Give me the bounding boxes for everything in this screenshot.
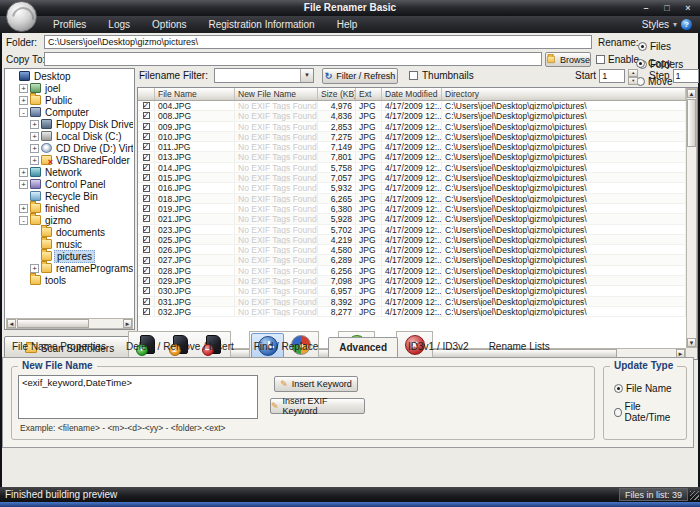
row-checkbox[interactable] (143, 205, 150, 212)
update-type-option-file-date-time[interactable]: File Date/Time (614, 401, 676, 423)
row-checkbox[interactable] (143, 236, 150, 243)
spin-up-icon[interactable]: ▲ (628, 69, 638, 77)
menu-help[interactable]: Help (326, 16, 369, 33)
thumbnails-checkbox[interactable]: Thumbnails (409, 70, 474, 81)
table-row[interactable]: 014.JPGNo EXIF Tags Found5,758JPG4/17/20… (138, 163, 686, 173)
help-icon[interactable]: ? (681, 19, 692, 30)
table-row[interactable]: 031.JPGNo EXIF Tags Found8,392JPG4/17/20… (138, 297, 686, 307)
tree-item-music[interactable]: music (6, 238, 133, 250)
tree-item-joel[interactable]: +joel (6, 82, 133, 94)
row-checkbox[interactable] (143, 267, 150, 274)
tab-rename-lists[interactable]: Rename Lists (479, 337, 560, 357)
menu-logs[interactable]: Logs (97, 16, 141, 33)
expand-icon[interactable]: + (19, 96, 28, 105)
table-vscroll-thumb[interactable] (687, 99, 696, 147)
filter-refresh-button[interactable]: ↻ Filter / Refresh (322, 68, 398, 84)
row-checkbox[interactable] (143, 143, 150, 150)
browse-button[interactable]: Browse (545, 52, 591, 67)
tree-item-public[interactable]: +Public (6, 94, 133, 106)
column-header-new-file-name[interactable]: New File Name (235, 88, 318, 100)
row-checkbox[interactable] (143, 154, 150, 161)
tree-item-computer[interactable]: -Computer (6, 106, 133, 118)
row-checkbox[interactable] (143, 257, 150, 264)
expand-icon[interactable]: + (19, 168, 28, 177)
scroll-up-icon[interactable]: ▲ (687, 89, 696, 98)
table-row[interactable]: 032.JPGNo EXIF Tags Found8,277JPG4/17/20… (138, 307, 686, 317)
expand-icon[interactable]: + (19, 204, 28, 213)
tree-item-pictures[interactable]: pictures (6, 250, 133, 262)
tab-file-name-properties[interactable]: File Name Properties (2, 337, 116, 357)
expand-icon[interactable]: + (30, 264, 39, 273)
expand-icon[interactable]: + (30, 156, 39, 165)
table-row[interactable]: 018.JPGNo EXIF Tags Found6,265JPG4/17/20… (138, 194, 686, 204)
table-row[interactable]: 011.JPGNo EXIF Tags Found7,149JPG4/17/20… (138, 142, 686, 152)
tree-item-tools[interactable]: tools (6, 274, 133, 286)
row-checkbox[interactable] (143, 298, 150, 305)
row-checkbox[interactable] (143, 123, 150, 130)
table-row[interactable]: 023.JPGNo EXIF Tags Found5,702JPG4/17/20… (138, 225, 686, 235)
resize-grip-icon[interactable] (690, 491, 699, 500)
tab-id3v1-id3v2[interactable]: ID3v1 / ID3v2 (398, 337, 479, 357)
tab-advanced[interactable]: Advanced (328, 337, 398, 358)
filename-filter-combobox[interactable]: ▼ (214, 68, 314, 83)
tree-item-network[interactable]: +Network (6, 166, 133, 178)
copyto-input[interactable] (44, 52, 542, 66)
row-checkbox[interactable] (143, 226, 150, 233)
tree-item-renameprograms[interactable]: +renamePrograms (6, 262, 133, 274)
tree-item-documents[interactable]: documents (6, 226, 133, 238)
expand-icon[interactable]: + (19, 84, 28, 93)
table-row[interactable]: 026.JPGNo EXIF Tags Found4,580JPG4/17/20… (138, 245, 686, 255)
table-row[interactable]: 021.JPGNo EXIF Tags Found5,928JPG4/17/20… (138, 214, 686, 224)
table-row[interactable]: 028.JPGNo EXIF Tags Found6,256JPG4/17/20… (138, 266, 686, 276)
column-header-date-modified[interactable]: Date Modified (382, 88, 442, 100)
expand-icon[interactable]: + (19, 180, 28, 189)
row-checkbox[interactable] (143, 112, 150, 119)
tree-item-desktop[interactable]: Desktop (6, 70, 133, 82)
table-row[interactable]: 013.JPGNo EXIF Tags Found7,801JPG4/17/20… (138, 152, 686, 162)
expand-icon[interactable]: + (30, 132, 39, 141)
table-row[interactable]: 010.JPGNo EXIF Tags Found7,275JPG4/17/20… (138, 132, 686, 142)
table-row[interactable]: 030.JPGNo EXIF Tags Found6,957JPG4/17/20… (138, 286, 686, 296)
column-header-file-name[interactable]: File Name (155, 88, 235, 100)
start-input[interactable]: 1 (599, 69, 625, 83)
column-header-size-kb[interactable]: Size (KB) (318, 88, 356, 100)
collapse-icon[interactable]: - (19, 216, 28, 225)
tree-hscroll-thumb[interactable] (17, 319, 89, 328)
menu-registration-information[interactable]: Registration Information (198, 16, 326, 33)
row-checkbox[interactable] (143, 308, 150, 315)
tree-item-local-disk-c[interactable]: +Local Disk (C:) (6, 130, 133, 142)
expand-icon[interactable]: + (30, 144, 39, 153)
scroll-left-icon[interactable]: ◄ (7, 319, 16, 328)
insert-exif-keyword-button[interactable]: ✎ Insert EXIF Keyword (270, 398, 365, 414)
close-icon[interactable]: × (682, 1, 694, 15)
row-checkbox[interactable] (143, 246, 150, 253)
table-row[interactable]: 016.JPGNo EXIF Tags Found5,932JPG4/17/20… (138, 183, 686, 193)
tree-item-gizmo[interactable]: -gizmo (6, 214, 133, 226)
table-row[interactable]: 019.JPGNo EXIF Tags Found6,380JPG4/17/20… (138, 204, 686, 214)
step-input[interactable]: 1 (673, 69, 699, 83)
table-row[interactable]: 004.JPGNo EXIF Tags Found4,976JPG4/17/20… (138, 101, 686, 111)
tree-item-recycle-bin[interactable]: Recycle Bin (6, 190, 133, 202)
start-stepper[interactable]: ▲▼ (628, 69, 638, 83)
combo-arrow-icon[interactable]: ▼ (300, 69, 313, 82)
tab-delete-remove-insert[interactable]: Delete / Remove / Insert (116, 337, 244, 357)
row-checkbox[interactable] (143, 195, 150, 202)
column-header-checkbox[interactable] (138, 88, 155, 100)
tree-item-finished[interactable]: +finished (6, 202, 133, 214)
row-checkbox[interactable] (143, 164, 150, 171)
menu-options[interactable]: Options (141, 16, 197, 33)
table-vscrollbar[interactable]: ▲ ▼ (686, 88, 697, 348)
update-type-option-file-name[interactable]: File Name (614, 383, 676, 394)
row-checkbox[interactable] (143, 133, 150, 140)
tree-item-control-panel[interactable]: +Control Panel (6, 178, 133, 190)
row-checkbox[interactable] (143, 185, 150, 192)
row-checkbox[interactable] (143, 287, 150, 294)
column-header-directory[interactable]: Directory (442, 88, 686, 100)
insert-keyword-button[interactable]: ✎ Insert Keyword (274, 376, 358, 392)
row-checkbox[interactable] (143, 174, 150, 181)
row-checkbox[interactable] (143, 215, 150, 222)
expand-icon[interactable]: + (30, 120, 39, 129)
enable-checkbox[interactable]: Enable (596, 54, 639, 65)
maximize-icon[interactable]: □ (661, 1, 673, 15)
spin-down-icon[interactable]: ▼ (628, 77, 638, 85)
